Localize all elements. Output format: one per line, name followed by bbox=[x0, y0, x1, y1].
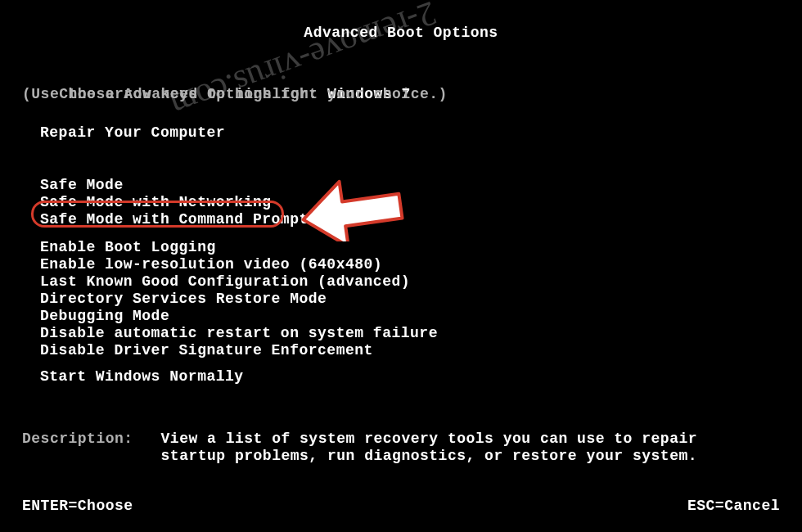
menu-group-advanced: Enable Boot Logging Enable low-resolutio… bbox=[40, 239, 438, 359]
arrow-left-icon bbox=[299, 168, 405, 241]
menu-group-start: Start Windows Normally bbox=[40, 368, 244, 385]
menu-group-repair: Repair Your Computer bbox=[40, 124, 225, 142]
menu-item-last-known-good[interactable]: Last Known Good Configuration (advanced) bbox=[40, 273, 438, 291]
description-text-line1: View a list of system recovery tools you… bbox=[161, 431, 698, 447]
menu-item-safe-mode-networking[interactable]: Safe Mode with Networking bbox=[40, 194, 309, 211]
menu-item-repair-computer[interactable]: Repair Your Computer bbox=[40, 124, 225, 142]
footer-esc: ESC=Cancel bbox=[687, 498, 780, 515]
menu-item-boot-logging[interactable]: Enable Boot Logging bbox=[40, 239, 438, 256]
menu-item-disable-driver-sig[interactable]: Disable Driver Signature Enforcement bbox=[40, 342, 438, 359]
menu-item-start-normally[interactable]: Start Windows Normally bbox=[40, 368, 244, 385]
menu-item-low-res-video[interactable]: Enable low-resolution video (640x480) bbox=[40, 256, 438, 273]
menu-item-ds-restore-mode[interactable]: Directory Services Restore Mode bbox=[40, 291, 438, 308]
description-text-line2: startup problems, run diagnostics, or re… bbox=[161, 448, 698, 464]
description-block: Description: View a list of system recov… bbox=[22, 431, 697, 465]
menu-group-safe-mode: Safe Mode Safe Mode with Networking Safe… bbox=[40, 177, 309, 228]
description-label: Description: bbox=[22, 431, 133, 447]
arrow-keys-hint: (Use the arrow keys to highlight your ch… bbox=[22, 86, 448, 103]
page-title: Advanced Boot Options bbox=[0, 25, 802, 42]
menu-item-disable-auto-restart[interactable]: Disable automatic restart on system fail… bbox=[40, 325, 438, 342]
menu-item-safe-mode[interactable]: Safe Mode bbox=[40, 177, 309, 194]
menu-item-debugging-mode[interactable]: Debugging Mode bbox=[40, 308, 438, 325]
footer-bar: ENTER=Choose ESC=Cancel bbox=[22, 498, 780, 515]
boot-options-screen: 2-remove-virus.com Advanced Boot Options… bbox=[0, 0, 802, 532]
menu-item-safe-mode-command-prompt[interactable]: Safe Mode with Command Prompt bbox=[40, 211, 309, 228]
footer-enter: ENTER=Choose bbox=[22, 498, 133, 515]
